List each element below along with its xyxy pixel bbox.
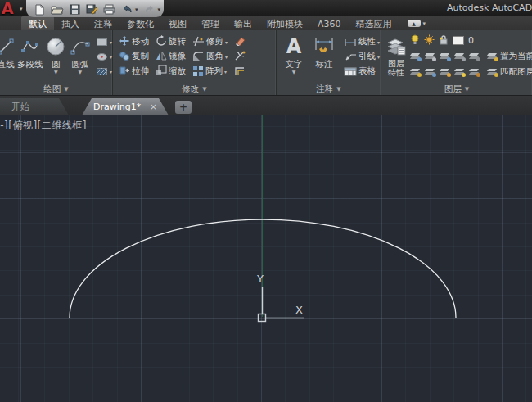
app-logo-icon[interactable]: A	[0, 0, 20, 18]
tab-parametric[interactable]: 参数化	[119, 16, 161, 30]
dimension-button[interactable]: 标注	[311, 33, 337, 82]
tab-annotate[interactable]: 注释	[87, 16, 119, 30]
drawing-canvas[interactable]: [-][俯视][二维线框] Y X	[0, 115, 532, 402]
move-button[interactable]: 移动	[119, 34, 149, 49]
panel-expand-icon[interactable]: ▼	[202, 86, 206, 93]
erase-button[interactable]	[234, 34, 249, 49]
ribbon-display-chevron-icon[interactable]: ▾	[423, 20, 426, 27]
tab-addins[interactable]: 附加模块	[259, 16, 310, 30]
layer-tool-icon[interactable]	[469, 68, 480, 76]
linear-dropdown-icon[interactable]: ▾	[377, 39, 380, 45]
ribbon-tab-bar: 默认 插入 注释 参数化 视图 管理 输出 附加模块 A360 精选应用 ▲ ▾	[0, 16, 532, 30]
leader-dropdown-icon[interactable]: ▾	[377, 54, 380, 60]
current-layer-name[interactable]: 0	[468, 35, 474, 46]
save-as-icon[interactable]	[86, 4, 97, 15]
app-menu-chevron-icon[interactable]: ▾	[20, 6, 23, 12]
arc-button[interactable]: 圆弧 ▼	[68, 33, 92, 82]
panel-expand-icon[interactable]: ▼	[336, 86, 340, 93]
ellipse-button[interactable]: ▾	[96, 49, 112, 64]
layer-tool-icon[interactable]	[425, 68, 435, 76]
copy-button[interactable]: 复制	[119, 49, 149, 64]
new-tab-button[interactable]: +	[175, 101, 192, 114]
layer-tool-icon[interactable]	[410, 68, 421, 76]
layer-thaw-sun-icon[interactable]	[424, 33, 435, 48]
tab-insert[interactable]: 插入	[54, 16, 87, 30]
panel-label-annotate[interactable]: 注释▼	[277, 83, 381, 95]
circle-button[interactable]: 圆 ▼	[44, 33, 68, 82]
layer-tool-icon[interactable]	[469, 52, 480, 61]
tab-a360[interactable]: A360	[310, 16, 349, 30]
hatch-dropdown-icon[interactable]: ▾	[110, 69, 112, 75]
layer-tool-icon[interactable]	[440, 52, 450, 61]
tab-featured-apps[interactable]: 精选应用	[349, 16, 399, 30]
ribbon-display-icon[interactable]: ▲	[408, 20, 421, 27]
array-dropdown-icon[interactable]: ▾	[224, 69, 227, 75]
redo-icon[interactable]	[144, 5, 156, 15]
file-tab-drawing1[interactable]: Drawing1* ×	[82, 98, 169, 115]
offset-icon	[234, 64, 246, 79]
tab-manage[interactable]: 管理	[194, 16, 227, 30]
layer-tool-icon[interactable]	[425, 52, 435, 61]
offset-button[interactable]	[234, 64, 249, 79]
ucs-y-label: Y	[256, 273, 264, 285]
layer-tool-icon[interactable]	[454, 52, 465, 61]
panel-label-draw[interactable]: 绘图▼	[0, 83, 112, 95]
panel-label-layers[interactable]: 图层▼	[381, 83, 532, 95]
linear-dimension-button[interactable]: 线性 ▾	[344, 34, 380, 49]
tab-output[interactable]: 输出	[227, 16, 259, 30]
stretch-button[interactable]: 拉伸	[119, 64, 149, 79]
tab-view[interactable]: 视图	[161, 16, 194, 30]
save-icon[interactable]	[70, 4, 80, 15]
file-tab-label: Drawing1*	[93, 102, 141, 112]
layer-tool-icon[interactable]	[410, 52, 421, 61]
panel-expand-icon[interactable]: ▼	[465, 86, 469, 93]
rectangle-button[interactable]: ▾	[96, 34, 112, 49]
layer-properties-button[interactable]: 图层特性	[385, 33, 407, 82]
hatch-button[interactable]: ▾	[96, 64, 112, 79]
explode-button[interactable]	[234, 49, 249, 64]
array-button[interactable]: 阵列 ▾	[192, 64, 228, 79]
leader-button[interactable]: 引线 ▾	[344, 49, 380, 64]
open-file-icon[interactable]	[51, 4, 64, 15]
rectangle-dropdown-icon[interactable]: ▾	[110, 39, 112, 45]
new-file-icon[interactable]	[34, 4, 45, 16]
fillet-dropdown-icon[interactable]: ▾	[225, 54, 228, 60]
autocad-window: A ▾ ▾ ▾ Autodesk AutoCAD 20 默认 插入 注释 参数化…	[0, 0, 532, 402]
layer-color-swatch[interactable]	[453, 36, 464, 45]
line-button[interactable]: 直线	[0, 33, 16, 82]
mirror-button[interactable]: 镜像	[156, 49, 186, 64]
undo-dropdown-icon[interactable]: ▾	[135, 7, 138, 13]
plot-icon[interactable]	[103, 4, 115, 15]
trim-dropdown-icon[interactable]: ▾	[225, 39, 228, 45]
layer-tool-icon[interactable]	[440, 68, 450, 76]
panel-annotate: A 文字 ▼ 标注 线性 ▾ 引线	[277, 30, 381, 95]
close-tab-icon[interactable]: ×	[150, 102, 157, 112]
redo-dropdown-icon[interactable]: ▾	[158, 7, 161, 13]
rotate-icon	[156, 34, 167, 50]
file-tab-start[interactable]: 开始	[0, 98, 69, 115]
trim-button[interactable]: 修剪 ▾	[192, 34, 228, 49]
fillet-button[interactable]: 圆角 ▾	[192, 49, 228, 64]
arc-dropdown-icon[interactable]: ▼	[78, 69, 82, 75]
scale-icon	[156, 64, 167, 79]
set-current-layer-button[interactable]: 置为当前	[487, 51, 532, 62]
panel-label-modify[interactable]: 修改▼	[113, 83, 276, 95]
text-dropdown-icon[interactable]: ▼	[292, 69, 296, 75]
panel-modify: 移动 复制 拉伸 旋转	[113, 30, 277, 95]
undo-icon[interactable]	[121, 5, 133, 15]
polyline-button[interactable]: 多段线	[16, 33, 44, 82]
rotate-button[interactable]: 旋转	[156, 34, 186, 49]
table-button[interactable]: 表格	[344, 64, 380, 79]
text-button[interactable]: A 文字 ▼	[282, 33, 306, 82]
tab-default[interactable]: 默认	[21, 16, 54, 30]
layer-lock-icon[interactable]	[439, 33, 449, 48]
scale-button[interactable]: 缩放	[156, 64, 186, 79]
panel-expand-icon[interactable]: ▼	[64, 86, 68, 93]
layer-tool-icon[interactable]	[454, 68, 465, 76]
title-bar: A ▾ ▾ ▾ Autodesk AutoCAD 20	[0, 0, 532, 16]
match-layer-button[interactable]: 匹配图层	[487, 66, 532, 78]
ribbon-options-control[interactable]: ▲ ▾	[408, 16, 426, 30]
circle-dropdown-icon[interactable]: ▼	[54, 69, 58, 75]
ellipse-dropdown-icon[interactable]: ▾	[110, 54, 112, 60]
layer-on-bulb-icon[interactable]	[410, 33, 420, 48]
